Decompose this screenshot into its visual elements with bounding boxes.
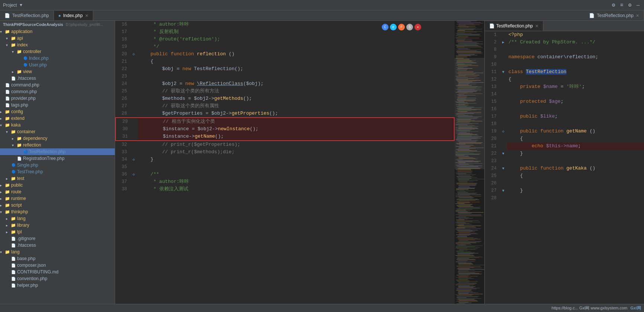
gutter-marker [500, 105, 507, 113]
tree-arrow: ▾ [0, 123, 4, 127]
browser-icons: C e F S ✕ [382, 24, 421, 30]
tree-item-index.php[interactable]: 🔵Index.php [0, 55, 115, 62]
tree-item-tpl[interactable]: ▸📁tpl [0, 229, 115, 235]
config-icon[interactable]: ⚙ [627, 2, 633, 8]
gutter-marker [500, 76, 507, 83]
tree-item-library[interactable]: ▸📁library [0, 222, 115, 229]
tree-item-helper.php[interactable]: 📄helper.php [0, 282, 115, 289]
tree-item-route[interactable]: ▸📁route [0, 188, 115, 195]
tree-arrow: ▾ [0, 30, 4, 34]
right-tab-close[interactable]: ✕ [535, 24, 539, 29]
tree-item-thinkphp[interactable]: ▾📁thinkphp [0, 208, 115, 215]
tree-item-registrationtree.php[interactable]: 📄RegistrationTree.php [0, 155, 115, 162]
token: (); [234, 66, 243, 72]
chrome-icon[interactable]: C [382, 24, 388, 30]
token: { [508, 173, 523, 178]
file-icon: 📁 [10, 216, 16, 221]
tree-item-api[interactable]: ▾📁api [0, 35, 115, 42]
tree-arrow: ▸ [0, 203, 4, 207]
token: /** Created by PhpStorm. ...*/ [508, 39, 595, 45]
tree-item-reflection[interactable]: ▾📁reflection [0, 142, 115, 148]
main-editor-scroll[interactable]: 16 * author:咔咔17 * 反射机制18 * @route('refl… [115, 21, 455, 304]
tree-item-controller[interactable]: ▾📁controller [0, 48, 115, 55]
tree-item-testreflection.php[interactable]: 🔵TestReflection.php [0, 148, 115, 155]
tree-arrow: ▸ [6, 177, 10, 181]
ie-icon[interactable]: e [390, 24, 397, 30]
gutter-marker [500, 120, 507, 128]
tab-icon: ● [58, 13, 61, 18]
tree-item-test[interactable]: ▸📁test [0, 175, 115, 182]
tab-testreflection1[interactable]: 📄 TestReflection.php [0, 11, 54, 20]
code-text [137, 73, 455, 80]
code-line: 26 [485, 180, 644, 187]
token: * 反射机制 [139, 29, 179, 35]
gutter-marker [500, 46, 507, 53]
tree-item-label: thinkphp [11, 209, 28, 214]
tree-item-provider.php[interactable]: 📄provider.php [0, 95, 115, 102]
tree-item-application[interactable]: ▾📁application [0, 28, 115, 35]
tree-item-base.php[interactable]: 📄base.php [0, 255, 115, 262]
tree-item-runtime[interactable]: ▸📁runtime [0, 195, 115, 202]
tree-item-.gitignore[interactable]: 📄.gitignore [0, 235, 115, 242]
tree-item-label: view [23, 69, 32, 74]
tree-item-user.php[interactable]: 🔵User.php [0, 62, 115, 68]
project-dropdown-arrow[interactable]: ▼ [20, 3, 22, 7]
token: \ReflectionClass [197, 81, 243, 86]
tree-item-.htaccess[interactable]: 📄.htaccess [0, 75, 115, 82]
tree-item-single.php[interactable]: 🔵Single.php [0, 162, 115, 168]
gutter-marker [130, 102, 137, 110]
tree-item-common.php[interactable]: 📄common.php [0, 88, 115, 95]
tree-item-convention.php[interactable]: 📄convention.php [0, 275, 115, 282]
code-line: 27 // 获取这个类的所有属性 [115, 102, 455, 110]
tree-item-testtree.php[interactable]: 🔵TestTree.php [0, 168, 115, 175]
right-tab-testreflection[interactable]: 📄 TestReflection.php ✕ [485, 21, 543, 31]
project-path: D:\phpstudy_pro\W... [66, 23, 103, 27]
tree-item-container[interactable]: ▾📁container [0, 128, 115, 135]
file-icon: 🔵 [10, 170, 16, 174]
tab-close-index[interactable]: ✕ [85, 13, 88, 18]
file-icon: 📁 [16, 136, 22, 141]
tree-item-kaka[interactable]: ▾📁kaka [0, 122, 115, 128]
code-text: echo $this->name; [507, 142, 644, 150]
tree-item-lang[interactable]: ▸📁lang [0, 215, 115, 222]
token: (); [215, 134, 224, 139]
code-text: $obj = new TestReflection(); [137, 65, 455, 73]
menu-icon[interactable]: ≡ [619, 2, 625, 8]
tree-item-view[interactable]: ▸📁view [0, 68, 115, 75]
tree-item-index[interactable]: ▾📁index [0, 42, 115, 48]
tree-arrow: ▾ [0, 210, 4, 214]
minimize-icon[interactable]: — [635, 2, 641, 8]
line-number: 9 [485, 53, 500, 61]
tree-item-command.php[interactable]: 📄command.php [0, 82, 115, 88]
right-tab-label: TestReflection.php [496, 23, 533, 29]
tree-item-composer.json[interactable]: 📄composer.json [0, 262, 115, 269]
tree-item-dependency[interactable]: ▸📁dependency [0, 135, 115, 142]
tree-item-lang[interactable]: ▾📁lang [0, 249, 115, 255]
code-line: 15 protected $age; [485, 98, 644, 105]
tab-index[interactable]: ● Index.php ✕ [54, 11, 93, 20]
tree-item-config[interactable]: ▸📁config [0, 108, 115, 115]
tree-item-label: container [17, 129, 35, 134]
tab-close-testreflection2[interactable]: ✕ [636, 13, 639, 18]
gutter-marker [500, 180, 507, 187]
gutter-marker [130, 141, 137, 148]
file-icon: 📁 [10, 129, 16, 134]
tree-item-public[interactable]: ▸📁public [0, 182, 115, 188]
tree-item-extend[interactable]: ▸📁extend [0, 115, 115, 122]
code-text: namespace container\reflection; [507, 53, 644, 61]
tree-item-script[interactable]: ▸📁script [0, 202, 115, 208]
tree-arrow: ▸ [0, 190, 4, 194]
close-browser-icon[interactable]: ✕ [414, 24, 421, 30]
settings-icon[interactable]: ⚙ [611, 2, 617, 8]
tab-testreflection2[interactable]: 📄 TestReflection.php ✕ [585, 11, 644, 20]
token: * @route('reflection'); [139, 36, 220, 42]
tree-item-.htaccess[interactable]: 📄.htaccess [0, 242, 115, 249]
code-text: */ [137, 43, 455, 50]
tree-item-tags.php[interactable]: 📄tags.php [0, 102, 115, 108]
safari-icon[interactable]: S [406, 24, 413, 30]
tree-item-contributing.md[interactable]: 📄CONTRIBUTING.md [0, 269, 115, 275]
right-editor-scroll[interactable]: 1<?php2▶/** Created by PhpStorm. ...*/89… [485, 31, 644, 304]
firefox-icon[interactable]: F [398, 24, 405, 30]
token: newInstance [218, 126, 250, 132]
gutter-marker [500, 91, 507, 98]
